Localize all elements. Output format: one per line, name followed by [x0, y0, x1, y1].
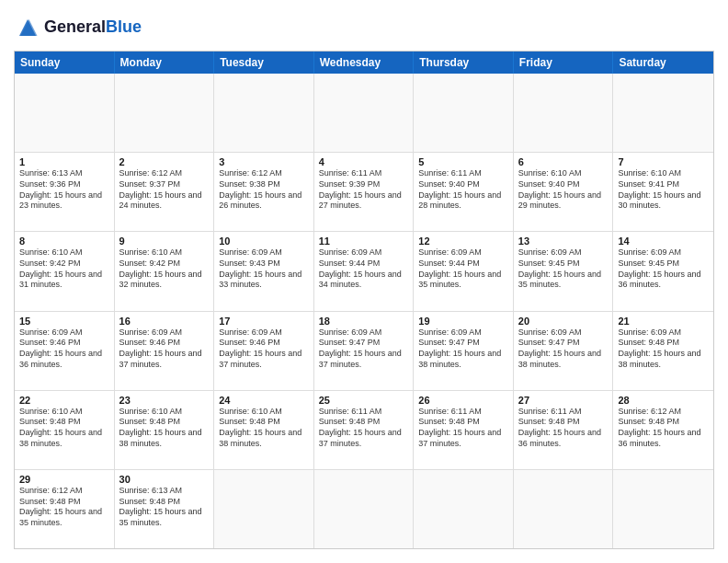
day-header-tuesday: Tuesday — [214, 52, 314, 74]
calendar-cell: 11Sunrise: 6:09 AMSunset: 9:44 PMDayligh… — [314, 232, 415, 310]
day-number: 1 — [19, 156, 109, 167]
calendar-row: 8Sunrise: 6:10 AMSunset: 9:42 PMDaylight… — [15, 232, 713, 311]
calendar-cell: 26Sunrise: 6:11 AMSunset: 9:48 PMDayligh… — [414, 391, 514, 469]
calendar-cell: 2Sunrise: 6:12 AMSunset: 9:37 PMDaylight… — [115, 153, 215, 231]
calendar-cell: 4Sunrise: 6:11 AMSunset: 9:39 PMDaylight… — [314, 153, 415, 231]
calendar-cell — [115, 74, 215, 152]
calendar-cell — [214, 74, 314, 152]
day-number: 14 — [618, 236, 709, 247]
calendar-cell — [613, 470, 713, 548]
calendar-cell: 14Sunrise: 6:09 AMSunset: 9:45 PMDayligh… — [613, 232, 713, 310]
cell-info: Sunrise: 6:09 AMSunset: 9:47 PMDaylight:… — [518, 327, 609, 371]
calendar-cell — [15, 74, 115, 152]
cell-info: Sunrise: 6:11 AMSunset: 9:39 PMDaylight:… — [319, 168, 409, 212]
day-number: 28 — [618, 395, 709, 406]
calendar-cell: 6Sunrise: 6:10 AMSunset: 9:40 PMDaylight… — [514, 153, 614, 231]
day-header-saturday: Saturday — [613, 52, 713, 74]
day-number: 3 — [219, 156, 309, 167]
calendar-cell: 3Sunrise: 6:12 AMSunset: 9:38 PMDaylight… — [214, 153, 314, 231]
calendar-cell — [414, 74, 514, 152]
calendar-cell: 30Sunrise: 6:13 AMSunset: 9:48 PMDayligh… — [115, 470, 215, 548]
cell-info: Sunrise: 6:10 AMSunset: 9:42 PMDaylight:… — [119, 247, 210, 291]
cell-info: Sunrise: 6:10 AMSunset: 9:48 PMDaylight:… — [19, 407, 109, 450]
day-number: 18 — [319, 316, 409, 327]
cell-info: Sunrise: 6:12 AMSunset: 9:48 PMDaylight:… — [618, 407, 709, 450]
cell-info: Sunrise: 6:10 AMSunset: 9:41 PMDaylight:… — [618, 168, 709, 212]
calendar-cell: 12Sunrise: 6:09 AMSunset: 9:44 PMDayligh… — [414, 232, 514, 310]
cell-info: Sunrise: 6:11 AMSunset: 9:48 PMDaylight:… — [319, 407, 409, 450]
svg-marker-1 — [21, 19, 38, 36]
day-number: 19 — [418, 316, 508, 327]
calendar-cell: 18Sunrise: 6:09 AMSunset: 9:47 PMDayligh… — [314, 312, 415, 390]
cell-info: Sunrise: 6:10 AMSunset: 9:48 PMDaylight:… — [119, 407, 210, 450]
calendar-cell — [414, 470, 514, 548]
day-number: 16 — [119, 316, 210, 327]
calendar-cell: 17Sunrise: 6:09 AMSunset: 9:46 PMDayligh… — [214, 312, 314, 390]
day-number: 17 — [219, 316, 309, 327]
cell-info: Sunrise: 6:10 AMSunset: 9:40 PMDaylight:… — [518, 168, 609, 212]
day-header-monday: Monday — [115, 52, 215, 74]
cell-info: Sunrise: 6:12 AMSunset: 9:38 PMDaylight:… — [219, 168, 309, 212]
day-number: 13 — [518, 236, 609, 247]
calendar-cell: 8Sunrise: 6:10 AMSunset: 9:42 PMDaylight… — [15, 232, 115, 310]
cell-info: Sunrise: 6:12 AMSunset: 9:37 PMDaylight:… — [119, 168, 210, 212]
cell-info: Sunrise: 6:09 AMSunset: 9:46 PMDaylight:… — [19, 327, 109, 371]
logo: GeneralBlue — [14, 14, 142, 41]
day-number: 8 — [19, 236, 109, 247]
cell-info: Sunrise: 6:10 AMSunset: 9:42 PMDaylight:… — [19, 247, 109, 291]
day-header-wednesday: Wednesday — [314, 52, 415, 74]
cell-info: Sunrise: 6:12 AMSunset: 9:48 PMDaylight:… — [19, 486, 109, 529]
cell-info: Sunrise: 6:11 AMSunset: 9:48 PMDaylight:… — [518, 407, 609, 450]
calendar-cell: 24Sunrise: 6:10 AMSunset: 9:48 PMDayligh… — [214, 391, 314, 469]
calendar-cell: 13Sunrise: 6:09 AMSunset: 9:45 PMDayligh… — [514, 232, 614, 310]
calendar-cell: 16Sunrise: 6:09 AMSunset: 9:46 PMDayligh… — [115, 312, 215, 390]
day-number: 11 — [319, 236, 409, 247]
day-number: 25 — [319, 395, 409, 406]
calendar-row: 1Sunrise: 6:13 AMSunset: 9:36 PMDaylight… — [15, 153, 713, 232]
cell-info: Sunrise: 6:09 AMSunset: 9:44 PMDaylight:… — [418, 247, 508, 291]
calendar-cell: 5Sunrise: 6:11 AMSunset: 9:40 PMDaylight… — [414, 153, 514, 231]
day-number: 10 — [219, 236, 309, 247]
calendar-cell: 19Sunrise: 6:09 AMSunset: 9:47 PMDayligh… — [414, 312, 514, 390]
day-number: 22 — [19, 395, 109, 406]
day-number: 4 — [319, 156, 409, 167]
calendar-row: 22Sunrise: 6:10 AMSunset: 9:48 PMDayligh… — [15, 391, 713, 470]
calendar-row: 15Sunrise: 6:09 AMSunset: 9:46 PMDayligh… — [15, 312, 713, 391]
cell-info: Sunrise: 6:09 AMSunset: 9:47 PMDaylight:… — [418, 327, 508, 371]
calendar-cell: 25Sunrise: 6:11 AMSunset: 9:48 PMDayligh… — [314, 391, 415, 469]
day-number: 6 — [518, 156, 609, 167]
calendar-cell: 27Sunrise: 6:11 AMSunset: 9:48 PMDayligh… — [514, 391, 614, 469]
cell-info: Sunrise: 6:09 AMSunset: 9:48 PMDaylight:… — [618, 327, 709, 371]
calendar-cell: 15Sunrise: 6:09 AMSunset: 9:46 PMDayligh… — [15, 312, 115, 390]
calendar-cell — [314, 470, 415, 548]
cell-info: Sunrise: 6:13 AMSunset: 9:36 PMDaylight:… — [19, 168, 109, 212]
cell-info: Sunrise: 6:09 AMSunset: 9:45 PMDaylight:… — [618, 247, 709, 291]
cell-info: Sunrise: 6:13 AMSunset: 9:48 PMDaylight:… — [119, 486, 210, 529]
calendar-cell — [514, 74, 614, 152]
calendar-cell: 22Sunrise: 6:10 AMSunset: 9:48 PMDayligh… — [15, 391, 115, 469]
day-number: 15 — [19, 316, 109, 327]
calendar-body: 1Sunrise: 6:13 AMSunset: 9:36 PMDaylight… — [15, 74, 713, 548]
cell-info: Sunrise: 6:11 AMSunset: 9:48 PMDaylight:… — [418, 407, 508, 450]
calendar-cell: 1Sunrise: 6:13 AMSunset: 9:36 PMDaylight… — [15, 153, 115, 231]
cell-info: Sunrise: 6:11 AMSunset: 9:40 PMDaylight:… — [418, 168, 508, 212]
day-header-sunday: Sunday — [15, 52, 115, 74]
cell-info: Sunrise: 6:09 AMSunset: 9:47 PMDaylight:… — [319, 327, 409, 371]
day-number: 7 — [618, 156, 709, 167]
calendar-header: SundayMondayTuesdayWednesdayThursdayFrid… — [15, 52, 713, 74]
day-number: 9 — [119, 236, 210, 247]
day-number: 24 — [219, 395, 309, 406]
day-header-friday: Friday — [514, 52, 614, 74]
day-number: 5 — [418, 156, 508, 167]
day-number: 30 — [119, 474, 210, 485]
day-number: 23 — [119, 395, 210, 406]
calendar-cell — [613, 74, 713, 152]
day-number: 26 — [418, 395, 508, 406]
calendar-cell: 21Sunrise: 6:09 AMSunset: 9:48 PMDayligh… — [613, 312, 713, 390]
calendar-cell: 28Sunrise: 6:12 AMSunset: 9:48 PMDayligh… — [613, 391, 713, 469]
day-number: 12 — [418, 236, 508, 247]
calendar-cell: 10Sunrise: 6:09 AMSunset: 9:43 PMDayligh… — [214, 232, 314, 310]
day-number: 27 — [518, 395, 609, 406]
calendar: SundayMondayTuesdayWednesdayThursdayFrid… — [14, 51, 714, 549]
cell-info: Sunrise: 6:09 AMSunset: 9:45 PMDaylight:… — [518, 247, 609, 291]
